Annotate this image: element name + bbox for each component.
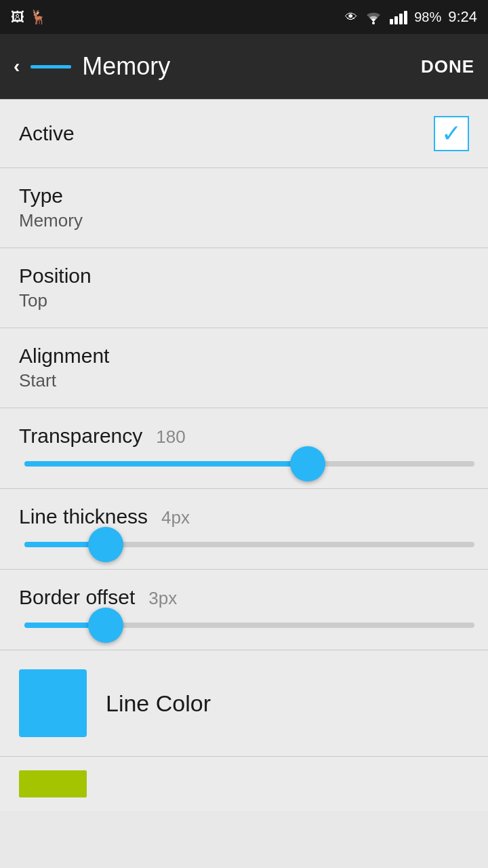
border-offset-header: Border offset 3px — [19, 586, 469, 609]
wifi-icon — [364, 9, 383, 24]
toolbar-accent-bar — [30, 65, 71, 68]
position-value: Top — [19, 290, 469, 311]
active-row[interactable]: Active ✓ — [0, 100, 488, 167]
svg-rect-1 — [390, 19, 393, 24]
gallery-icon: 🖼 — [11, 9, 24, 25]
eye-icon: 👁 — [345, 10, 357, 24]
signal-icon — [390, 9, 407, 24]
alignment-label: Alignment — [19, 344, 469, 368]
active-label: Active — [19, 122, 75, 145]
bottom-color-swatch — [19, 770, 87, 797]
line-thickness-thumb[interactable] — [88, 527, 123, 562]
page-title: Memory — [82, 52, 170, 81]
status-bar: 🖼 🦌 👁 98% 9:24 — [0, 0, 488, 34]
line-thickness-section: Line thickness 4px — [0, 489, 488, 569]
border-offset-slider[interactable] — [24, 623, 474, 628]
line-thickness-value: 4px — [161, 507, 190, 528]
toolbar: ‹ Memory DONE — [0, 34, 488, 99]
battery-percentage: 98% — [414, 9, 441, 25]
transparency-slider[interactable] — [24, 461, 474, 467]
type-value: Memory — [19, 210, 469, 231]
type-row[interactable]: Type Memory — [0, 168, 488, 248]
status-bar-right: 👁 98% 9:24 — [345, 8, 477, 26]
transparency-fill — [24, 461, 308, 467]
svg-rect-3 — [399, 14, 403, 24]
type-label: Type — [19, 184, 469, 208]
line-thickness-header: Line thickness 4px — [19, 505, 469, 528]
border-offset-section: Border offset 3px — [0, 570, 488, 650]
border-offset-value: 3px — [148, 588, 177, 609]
border-offset-thumb[interactable] — [88, 608, 123, 643]
alignment-row[interactable]: Alignment Start — [0, 328, 488, 408]
transparency-thumb[interactable] — [290, 446, 325, 481]
line-thickness-slider[interactable] — [24, 542, 474, 547]
line-color-label: Line Color — [106, 690, 211, 717]
back-icon[interactable]: ‹ — [14, 56, 20, 77]
alignment-value: Start — [19, 370, 469, 391]
svg-rect-4 — [404, 11, 407, 24]
active-checkbox[interactable]: ✓ — [434, 116, 469, 151]
transparency-value: 180 — [156, 427, 185, 448]
line-color-swatch — [19, 669, 87, 737]
transparency-section: Transparency 180 — [0, 408, 488, 488]
line-thickness-label: Line thickness — [19, 505, 148, 528]
border-offset-label: Border offset — [19, 586, 135, 609]
checkmark-icon: ✓ — [441, 121, 462, 146]
bottom-color-row[interactable] — [0, 757, 488, 811]
status-bar-left: 🖼 🦌 — [11, 9, 47, 25]
done-button[interactable]: DONE — [421, 56, 474, 77]
position-row[interactable]: Position Top — [0, 248, 488, 328]
svg-rect-2 — [394, 16, 398, 24]
svg-point-0 — [372, 22, 375, 24]
transparency-header: Transparency 180 — [19, 425, 469, 448]
position-label: Position — [19, 264, 469, 288]
animal-icon: 🦌 — [30, 9, 47, 25]
toolbar-left: ‹ Memory — [14, 52, 170, 81]
clock: 9:24 — [448, 8, 477, 26]
line-color-row[interactable]: Line Color — [0, 650, 488, 756]
transparency-label: Transparency — [19, 425, 142, 448]
